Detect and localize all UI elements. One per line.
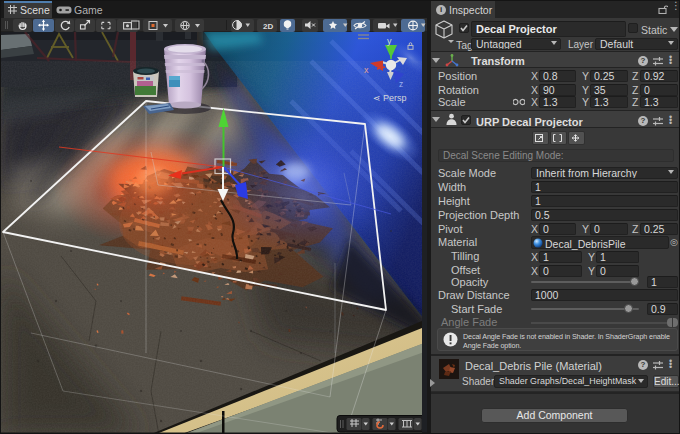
svg-text:x: x (364, 65, 369, 75)
svg-text:⋖ Persp: ⋖ Persp (373, 93, 407, 103)
svg-text:z: z (399, 79, 403, 89)
svg-text:y: y (387, 36, 392, 46)
svg-text:2D: 2D (263, 22, 273, 31)
